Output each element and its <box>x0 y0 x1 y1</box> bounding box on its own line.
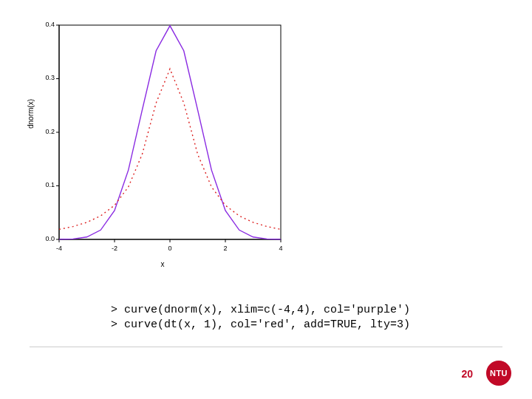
ytick-3: 0.3 <box>38 74 55 81</box>
footer-divider <box>30 347 502 347</box>
ytick-2: 0.2 <box>38 128 55 135</box>
svg-rect-0 <box>59 25 281 239</box>
ytick-4: 0.4 <box>38 21 55 28</box>
xtick-2: 0 <box>168 245 171 252</box>
xtick-3: 2 <box>223 245 227 252</box>
series-dnorm(x) <box>59 26 281 239</box>
xtick-0: -4 <box>56 245 62 252</box>
ntu-logo: NTU <box>486 361 511 386</box>
x-axis-label: x <box>161 260 165 272</box>
distribution-plot: 0.0 0.1 0.2 0.3 0.4 -4 -2 0 2 4 dnorm(x)… <box>30 18 296 269</box>
series-dt(x, 1) <box>59 69 281 229</box>
xtick-4: 4 <box>279 245 282 252</box>
code-line-2: > curve(dt(x, 1), col='red', add=TRUE, l… <box>111 318 410 331</box>
plot-svg <box>30 18 296 269</box>
y-axis-label: dnorm(x) <box>27 99 35 129</box>
ytick-0: 0.0 <box>38 235 55 242</box>
ytick-1: 0.1 <box>38 181 55 188</box>
r-code-block: > curve(dnorm(x), xlim=c(-4,4), col='pur… <box>111 303 410 333</box>
page-number: 20 <box>461 368 473 380</box>
code-line-1: > curve(dnorm(x), xlim=c(-4,4), col='pur… <box>111 304 410 316</box>
xtick-1: -2 <box>112 245 117 252</box>
